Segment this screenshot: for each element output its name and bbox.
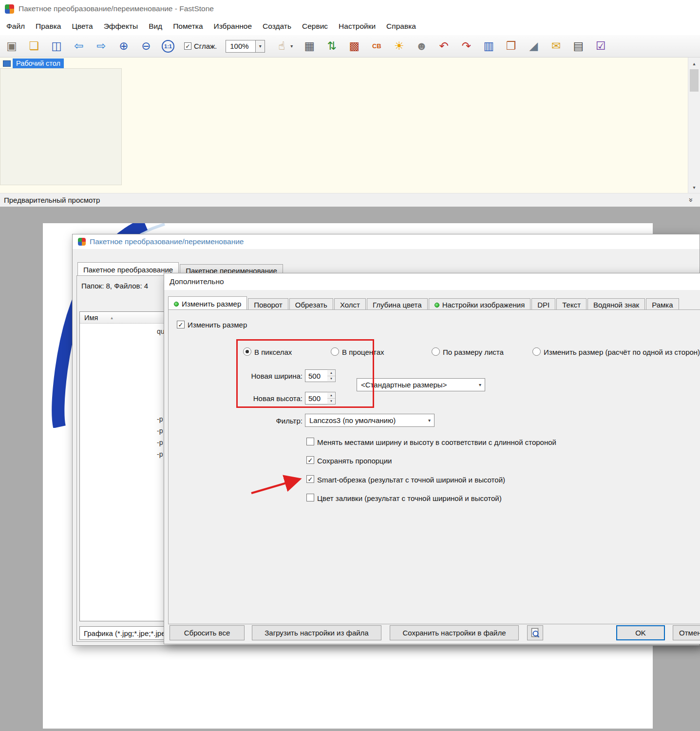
settings-check-icon[interactable]: ☑ <box>594 39 607 54</box>
scrollbar-thumb[interactable] <box>690 69 699 92</box>
print-icon[interactable]: ▤ <box>571 39 585 54</box>
reset-all-button[interactable]: Сбросить все <box>170 625 245 640</box>
radio-paper-size-label[interactable]: По размеру листа <box>443 348 504 356</box>
brightness-icon[interactable]: ☀ <box>392 39 406 54</box>
menu-favorites[interactable]: Избранное <box>208 18 258 35</box>
compare-icon[interactable]: ▥ <box>482 39 495 54</box>
name-column-header[interactable]: Имя <box>84 314 98 322</box>
resize-tab-page <box>168 309 700 624</box>
height-spinner[interactable]: ▴ ▾ <box>327 392 336 404</box>
filter-select[interactable]: Lanczos3 (по умолчанию) ▾ <box>305 414 435 427</box>
resize-checkbox-label[interactable]: Изменить размер <box>188 321 247 329</box>
smooth-checkbox[interactable]: ✓ <box>184 42 191 50</box>
radio-in-pixels[interactable] <box>243 347 251 356</box>
radio-paper-size[interactable] <box>432 347 440 356</box>
resize-checkbox[interactable]: ✓ <box>177 321 185 328</box>
swap-sides-checkbox[interactable] <box>306 438 314 445</box>
zoom-out-icon[interactable]: ⊖ <box>139 39 153 54</box>
spinner-up-icon[interactable]: ▴ <box>327 392 335 399</box>
list-item[interactable]: -p <box>157 450 163 458</box>
list-item[interactable]: -p <box>157 427 163 435</box>
batch-resize-icon[interactable]: ⇅ <box>325 39 339 54</box>
next-image-icon[interactable]: ⇨ <box>95 39 108 54</box>
fill-color-checkbox[interactable] <box>306 494 314 501</box>
smart-crop-checkbox[interactable]: ✓ <box>306 475 314 483</box>
ok-button[interactable]: OK <box>616 625 665 640</box>
chevron-down-icon: ▾ <box>479 382 481 387</box>
capture-icon[interactable]: ▣ <box>5 39 19 54</box>
load-settings-button[interactable]: Загрузить настройки из файла <box>252 625 381 640</box>
crop-board-icon[interactable]: ▩ <box>347 39 361 54</box>
advanced-dialog-tabs: Изменить размер Поворот Обрезать Холст Г… <box>168 296 680 311</box>
menu-effects[interactable]: Эффекты <box>98 18 143 35</box>
list-item[interactable]: -p <box>157 439 163 446</box>
check-icon: ✓ <box>308 457 313 463</box>
new-height-input[interactable] <box>305 392 328 404</box>
swap-sides-label[interactable]: Менять местами ширину и высоту в соответ… <box>317 438 556 446</box>
zoom-select[interactable]: 100% ▾ <box>226 40 265 53</box>
radio-in-pixels-label[interactable]: В пикселах <box>254 348 292 356</box>
email-icon[interactable]: ✉ <box>549 39 563 54</box>
zoom-in-icon[interactable]: ⊕ <box>117 39 131 54</box>
spinner-down-icon[interactable]: ▾ <box>327 376 335 382</box>
sort-asc-icon: ▴ <box>111 315 113 320</box>
menu-file[interactable]: Файл <box>1 18 30 35</box>
keep-ratio-label[interactable]: Сохранять пропорции <box>317 457 392 465</box>
smart-crop-label[interactable]: Smart-обрезка (результат с точной ширино… <box>317 476 505 484</box>
vertical-scrollbar[interactable]: ▴ ▾ <box>688 58 700 193</box>
list-item[interactable]: -p <box>157 415 163 423</box>
check-icon: ✓ <box>308 476 313 482</box>
cancel-button[interactable]: Отмена <box>673 625 700 640</box>
menu-settings[interactable]: Настройки <box>333 18 381 35</box>
keep-ratio-checkbox[interactable]: ✓ <box>306 456 314 464</box>
rotate-left-icon[interactable]: ↶ <box>437 39 451 54</box>
tree-item-desktop[interactable]: Рабочий стол <box>13 58 64 68</box>
standard-sizes-value: <Стандартные размеры> <box>361 381 447 389</box>
browser-content-area: Рабочий стол ▴ ▾ <box>0 58 700 193</box>
menu-help[interactable]: Справка <box>381 18 421 35</box>
tab-resize[interactable]: Изменить размер <box>168 296 247 311</box>
new-width-input[interactable] <box>305 369 328 382</box>
radio-one-side[interactable] <box>532 347 541 356</box>
standard-sizes-select[interactable]: <Стандартные размеры> ▾ <box>357 378 485 391</box>
previous-image-icon[interactable]: ⇦ <box>72 39 86 54</box>
slide-ramp-icon[interactable]: ◢ <box>527 39 540 54</box>
menu-create[interactable]: Создать <box>257 18 297 35</box>
menu-edit[interactable]: Правка <box>30 18 66 35</box>
radio-in-percent-label[interactable]: В процентах <box>342 348 384 356</box>
chevron-down-icon[interactable]: ▾ <box>256 40 265 53</box>
batch-dialog-titlebar[interactable]: Пакетное преобразование/переименование <box>73 234 700 249</box>
chevron-down-icon[interactable]: ▾ <box>290 43 293 49</box>
menu-tag[interactable]: Пометка <box>168 18 208 35</box>
check-icon: ✓ <box>185 43 190 50</box>
save-settings-button[interactable]: Сохранить настройки в файле <box>390 625 519 640</box>
file-type-filter-select[interactable]: Графика (*.jpg;*.jpe;*.jpe <box>79 626 168 640</box>
save-icon[interactable]: ◫ <box>50 39 63 54</box>
tab-image-settings-label: Настройки изображения <box>442 301 525 309</box>
advanced-dialog-titlebar[interactable]: Дополнительно <box>164 273 700 290</box>
radio-in-percent[interactable] <box>331 347 339 356</box>
scroll-up-icon[interactable]: ▴ <box>688 58 700 68</box>
folder-tree-panel[interactable] <box>0 68 122 185</box>
fill-color-label[interactable]: Цвет заливки (результат с точной шириной… <box>317 494 502 502</box>
width-spinner[interactable]: ▴ ▾ <box>327 369 336 382</box>
collapse-chevron-icon[interactable]: » <box>687 198 695 202</box>
tree-row-desktop[interactable]: Рабочий стол <box>3 58 64 68</box>
rotate-right-icon[interactable]: ↷ <box>459 39 473 54</box>
menu-colors[interactable]: Цвета <box>66 18 98 35</box>
preview-settings-button[interactable] <box>527 625 543 640</box>
radio-one-side-label[interactable]: Изменить размер (расчёт по одной из стор… <box>544 348 700 356</box>
spinner-down-icon[interactable]: ▾ <box>327 399 335 404</box>
window-title: Пакетное преобразование/переименование -… <box>19 4 214 13</box>
red-eye-icon[interactable]: ☻ <box>415 39 428 54</box>
color-balance-icon[interactable]: СВ <box>370 39 383 54</box>
film-strip-icon[interactable]: ▦ <box>303 39 316 54</box>
spinner-up-icon[interactable]: ▴ <box>327 370 335 376</box>
menu-tools[interactable]: Сервис <box>297 18 333 35</box>
open-folder-icon[interactable]: ❏ <box>27 39 41 54</box>
copy-move-icon[interactable]: ❐ <box>504 39 518 54</box>
actual-size-icon[interactable]: 1:1 <box>162 40 174 53</box>
menu-view[interactable]: Вид <box>143 18 168 35</box>
hand-tool-icon[interactable]: ☝ <box>275 39 288 54</box>
scroll-down-icon[interactable]: ▾ <box>688 182 700 192</box>
